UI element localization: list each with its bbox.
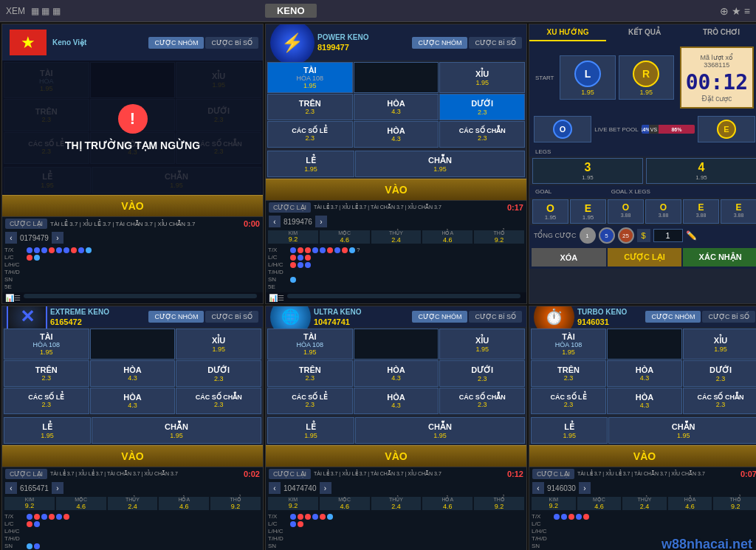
p5-chan[interactable]: CHẴN 1.95 <box>355 417 525 444</box>
p6-hoa2[interactable]: HÒA 4.3 <box>607 388 682 414</box>
p4-chan[interactable]: CHẴN 1.95 <box>92 417 261 444</box>
p6-duoi[interactable]: DƯỚI 2.3 <box>683 360 756 387</box>
list-icon[interactable]: ☰ <box>14 294 21 302</box>
p5-sole[interactable]: CÁC SỐ LẺ 2.3 <box>267 388 353 414</box>
panel6-tab2[interactable]: CƯỢC BÍ SỐ <box>702 311 755 323</box>
p2-tai-cell[interactable]: TÀI HÒA 108 1.95 <box>267 62 353 93</box>
panel1-cuoc-lai-btn[interactable]: CƯỢC LẠI <box>5 219 47 229</box>
panel2-nav-prev[interactable]: ‹ <box>269 216 281 227</box>
p4-duoi[interactable]: DƯỚI 2.3 <box>176 360 261 387</box>
xac-nhan-btn[interactable]: XÁC NHẬN <box>683 248 756 267</box>
top-icons[interactable]: ⊕ ★ ≡ <box>720 5 750 17</box>
p6-mid[interactable] <box>607 329 682 360</box>
panel5-tab1[interactable]: CƯỢC NHÓM <box>412 311 467 323</box>
panel4-vao-btn[interactable]: VÀO <box>2 445 263 467</box>
p2-hoa-mid[interactable] <box>354 62 439 93</box>
tab-xu-huong[interactable]: XU HƯỚNG <box>529 24 606 41</box>
p4-le[interactable]: LẺ 1.95 <box>4 417 91 444</box>
panel2-cuoc-lai-btn[interactable]: CƯỢC LẠI <box>269 202 311 213</box>
p4-xiu[interactable]: XỈU 1.95 <box>176 329 261 360</box>
panel6-nav-prev[interactable]: ‹ <box>532 482 544 494</box>
p5-le[interactable]: LẺ 1.95 <box>267 417 354 444</box>
p5-hoa[interactable]: HÒA 4.3 <box>354 360 439 387</box>
p5-xiu[interactable]: XỈU 1.95 <box>439 329 525 360</box>
p6-sochan[interactable]: CÁC SỐ CHẴN 2.3 <box>683 388 756 414</box>
panel5-nav-next[interactable]: › <box>320 482 331 494</box>
edit-icon[interactable]: ✏️ <box>686 230 697 241</box>
panel4-nav-prev[interactable]: ‹ <box>5 482 17 494</box>
p6-sole[interactable]: CÁC SỐ LẺ 2.3 <box>531 388 606 414</box>
p5-tren[interactable]: TRÊN 2.3 <box>267 360 353 387</box>
view-icons[interactable]: ▦ ▦ ▦ <box>31 6 61 16</box>
panel5-vao-btn[interactable]: VÀO <box>266 445 526 467</box>
p2-chan-cell[interactable]: CHẴN 1.95 <box>355 151 525 177</box>
p6-xiu[interactable]: XỈU 1.95 <box>683 329 756 360</box>
p4-tren[interactable]: TRÊN 2.3 <box>4 360 89 387</box>
goalxl-oo-card[interactable]: O 3.88 <box>608 199 644 224</box>
p5-mid[interactable] <box>354 329 439 360</box>
panel6-vao-btn[interactable]: VÀO <box>529 445 756 467</box>
panel1-tab2[interactable]: CƯỢC BÍ SỐ <box>205 37 258 49</box>
tab-ket-qua[interactable]: KẾT QUẢ <box>606 24 683 41</box>
panel1-vao-btn[interactable]: VÀO <box>2 195 263 216</box>
panel2-tab1[interactable]: CƯỢC NHÓM <box>412 37 467 49</box>
goal-e-card[interactable]: E 1.95 <box>570 199 606 224</box>
p4-tai[interactable]: TÀI HÒA 108 1.95 <box>4 329 89 360</box>
chip-5-btn[interactable]: 5 <box>599 227 615 244</box>
p4-hoa[interactable]: HÒA 4.3 <box>90 360 176 387</box>
chart-icon[interactable]: 📊 <box>5 294 14 302</box>
p2-sochan-cell[interactable]: CÁC SỐ CHẴN 2.3 <box>439 121 525 148</box>
panel1-tab1[interactable]: CƯỢC NHÓM <box>148 37 204 49</box>
goal-o-card[interactable]: O 1.95 <box>532 199 568 224</box>
p2-list-icon[interactable]: ☰ <box>278 294 284 302</box>
panel1-nav-next[interactable]: › <box>52 232 63 244</box>
p2-chart-icon[interactable]: 📊 <box>269 294 278 302</box>
panel2-nav-next[interactable]: › <box>315 216 327 227</box>
p2-duoi-cell[interactable]: DƯỚI 2.3 <box>439 94 525 120</box>
cuoc-lai-big-btn[interactable]: CƯỢC LẠI <box>608 248 682 267</box>
p5-tai[interactable]: TÀI HÒA 108 1.95 <box>267 329 353 360</box>
goalxl-ee-card[interactable]: E 3.88 <box>683 199 719 224</box>
dollar-btn[interactable]: $ <box>637 229 650 242</box>
p6-chan[interactable]: CHẴN 1.95 <box>608 417 756 444</box>
p5-sochan[interactable]: CÁC SỐ CHẴN 2.3 <box>439 388 525 414</box>
p2-hoa2-cell[interactable]: HÒA 4.3 <box>354 121 439 148</box>
panel6-cuoc-lai-btn[interactable]: CƯỢC LẠI <box>532 469 574 479</box>
chip-25-btn[interactable]: 25 <box>618 227 634 244</box>
panel4-tab1[interactable]: CƯỢC NHÓM <box>148 311 204 323</box>
xoa-btn[interactable]: XÓA <box>532 248 606 267</box>
p4-mid[interactable] <box>90 329 176 360</box>
legs-card-3[interactable]: 3 1.95 <box>532 158 643 184</box>
p2-tren-cell[interactable]: TRÊN 2.3 <box>267 94 353 120</box>
panel4-cuoc-lai-btn[interactable]: CƯỢC LẠI <box>5 469 47 479</box>
start-card-l[interactable]: L 1.95 <box>560 55 615 100</box>
p6-tai[interactable]: TÀI HÒA 108 1.95 <box>531 329 606 360</box>
p5-duoi[interactable]: DƯỚI 2.3 <box>439 360 525 387</box>
legs-card-4[interactable]: 4 1.95 <box>646 158 756 184</box>
p5-hoa2[interactable]: HÒA 4.3 <box>354 388 439 414</box>
panel6-nav-next[interactable]: › <box>579 482 591 494</box>
p4-hoa2[interactable]: HÒA 4.3 <box>90 388 176 414</box>
panel1-nav-prev[interactable]: ‹ <box>5 232 17 244</box>
p6-hoa[interactable]: HÒA 4.3 <box>607 360 682 387</box>
panel2-vao-btn[interactable]: VÀO <box>266 179 526 200</box>
amount-input[interactable] <box>653 229 683 242</box>
panel6-tab1[interactable]: CƯỢC NHÓM <box>645 311 701 323</box>
goalxl-oo2-card[interactable]: O 3.88 <box>645 199 681 224</box>
p2-le-cell[interactable]: LẺ 1.95 <box>267 151 354 177</box>
p4-sochan[interactable]: CÁC SỐ CHẴN 2.3 <box>176 388 261 414</box>
goalxl-ee2-card[interactable]: E 3.88 <box>721 199 756 224</box>
panel5-cuoc-lai-btn[interactable]: CƯỢC LẠI <box>269 469 311 479</box>
p2-xiu-cell[interactable]: XỈU 1.95 <box>439 62 525 93</box>
p2-sole-cell[interactable]: CÁC SỐ LẺ 2.3 <box>267 121 353 148</box>
panel2-tab2[interactable]: CƯỢC BÍ SỐ <box>469 37 522 49</box>
p2-hoa-cell[interactable]: HÒA 4.3 <box>354 94 439 120</box>
pool-e-card[interactable]: E <box>698 116 755 142</box>
panel4-nav-next[interactable]: › <box>52 482 63 494</box>
p4-sole[interactable]: CÁC SỐ LẺ 2.3 <box>4 388 89 414</box>
panel5-nav-prev[interactable]: ‹ <box>269 482 281 494</box>
panel5-tab2[interactable]: CƯỢC BÍ SỐ <box>469 311 522 323</box>
pool-o-card[interactable]: O <box>534 116 591 142</box>
panel4-tab2[interactable]: CƯỢC BÍ SỐ <box>205 311 258 323</box>
tab-tro-choi[interactable]: TRÒ CHƠI <box>683 24 756 41</box>
